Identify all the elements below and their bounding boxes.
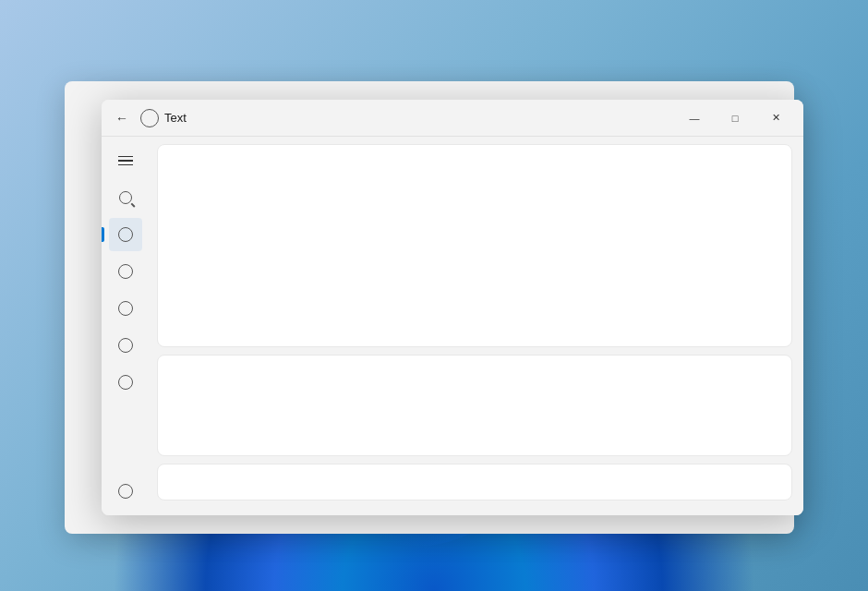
sidebar-item-3[interactable] [109,292,142,325]
back-button[interactable]: ← [109,105,135,131]
sidebar-item-1[interactable] [109,218,142,251]
title-circle-icon [140,109,159,127]
content-area [150,137,803,515]
circle-icon-2 [118,264,133,279]
main-window: ← Text — □ ✕ [102,100,803,515]
sidebar [102,137,150,515]
sidebar-item-6[interactable] [109,475,142,508]
circle-icon-1 [118,227,133,242]
minimize-button[interactable]: — [674,103,715,133]
title-bar: ← Text — □ ✕ [102,100,803,137]
window-title: Text [164,111,187,125]
sidebar-item-5[interactable] [109,366,142,399]
circle-icon-6 [118,484,133,499]
circle-icon-3 [118,301,133,316]
sidebar-item-4[interactable] [109,329,142,362]
hamburger-icon [118,156,133,166]
window-controls: — □ ✕ [674,103,796,133]
sidebar-item-2[interactable] [109,255,142,288]
maximize-button[interactable]: □ [715,103,755,133]
content-card-2 [157,355,792,456]
sidebar-item-menu[interactable] [109,144,142,177]
content-card-1 [157,144,792,347]
sidebar-item-search[interactable] [109,181,142,214]
title-bar-left: ← Text [109,105,674,131]
search-icon [119,191,132,204]
content-card-3 [157,464,792,501]
close-button[interactable]: ✕ [755,103,796,133]
circle-icon-5 [118,375,133,390]
window-body [102,137,803,515]
circle-icon-4 [118,338,133,353]
